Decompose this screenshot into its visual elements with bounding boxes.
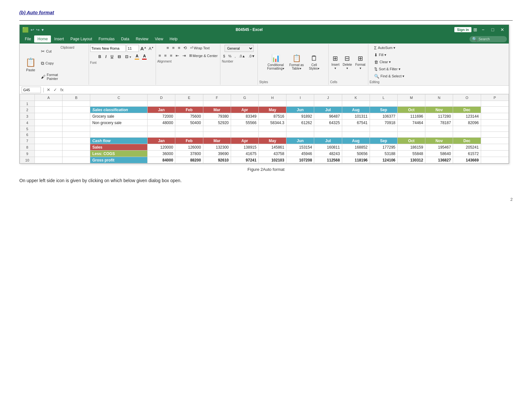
ribbon-collapse-icon[interactable]: ⊞ <box>473 27 477 32</box>
currency-button[interactable]: $ <box>222 54 226 59</box>
nov-header-2[interactable]: Nov <box>425 138 453 144</box>
dec-header-2[interactable]: Dec <box>453 138 481 144</box>
number-format-select[interactable]: General Number Currency Percentage <box>225 45 254 52</box>
may-header-2[interactable]: May <box>258 138 286 144</box>
decrease-decimal-button[interactable]: .0▼ <box>247 54 256 59</box>
apr-header[interactable]: Apr <box>231 107 258 113</box>
col-header-h[interactable]: H <box>258 94 286 101</box>
apr-header-2[interactable]: Apr <box>231 138 258 144</box>
align-top-button[interactable]: ≡ <box>165 45 170 51</box>
paste-button[interactable]: 📋 Paste <box>23 45 38 83</box>
sep-header-2[interactable]: Sep <box>370 138 397 144</box>
col-header-a[interactable]: A <box>34 94 62 101</box>
menu-file[interactable]: File <box>22 35 34 43</box>
text-direction-button[interactable]: ⟲ <box>182 45 188 51</box>
format-as-table-button[interactable]: 📋 Format asTable▾ <box>287 53 306 72</box>
row-header-3[interactable]: 3 <box>20 113 35 120</box>
sales-label-cell[interactable]: Sales <box>90 144 148 151</box>
sign-in-button[interactable]: Sign in <box>454 27 471 32</box>
redo-button[interactable]: ↪ <box>36 27 40 32</box>
col-header-k[interactable]: K <box>342 94 370 101</box>
insert-function-button[interactable]: fx <box>60 87 64 92</box>
row-header-5[interactable]: 5 <box>20 126 35 132</box>
highlight-color-button[interactable]: A <box>134 54 140 60</box>
col-header-n[interactable]: N <box>425 94 453 101</box>
menu-view[interactable]: View <box>152 35 167 43</box>
bold-button[interactable]: B <box>97 54 103 60</box>
font-color-button[interactable]: A <box>141 54 148 60</box>
col-header-b[interactable]: B <box>63 94 90 101</box>
menu-review[interactable]: Review <box>132 35 151 43</box>
indent-decrease-button[interactable]: ⇤ <box>174 53 180 59</box>
row-header-4[interactable]: 4 <box>20 120 35 126</box>
jan-header-2[interactable]: Jan <box>148 138 175 144</box>
comma-button[interactable]: , <box>233 54 237 59</box>
clear-button[interactable]: 🗑 Clear ▾ <box>373 59 406 65</box>
undo-button[interactable]: ↩ <box>31 27 34 32</box>
fill-button[interactable]: ⬇ Fill ▾ <box>373 52 406 58</box>
cell-styles-button[interactable]: 🗒 CellStyles▾ <box>307 53 321 72</box>
customize-qat-button[interactable]: ▾ <box>42 27 44 32</box>
formula-confirm-button[interactable]: ✓ <box>53 87 58 92</box>
italic-button[interactable]: I <box>104 54 108 60</box>
font-grow-button[interactable]: A▲ <box>140 46 147 51</box>
col-header-m[interactable]: M <box>397 94 425 101</box>
strikethrough-button[interactable]: ⊟ <box>116 54 122 60</box>
search-box[interactable]: 🔍 <box>469 36 507 42</box>
formula-cancel-button[interactable]: ✕ <box>46 87 51 92</box>
nov-header[interactable]: Nov <box>425 107 453 113</box>
jan-header[interactable]: Jan <box>148 107 175 113</box>
oct-header[interactable]: Oct <box>397 107 425 113</box>
align-center-button[interactable]: ≡ <box>163 53 168 59</box>
cut-button[interactable]: ✂ Cut <box>40 48 59 54</box>
oct-header-2[interactable]: Oct <box>397 138 425 144</box>
menu-formulas[interactable]: Formulas <box>95 35 118 43</box>
insert-cell-button[interactable]: ⊞ Insert▾ <box>330 53 341 71</box>
autosum-button[interactable]: Σ AutoSum ▾ <box>373 45 406 51</box>
col-header-o[interactable]: O <box>453 94 481 101</box>
row-header-6[interactable]: 6 <box>20 132 35 138</box>
search-input[interactable] <box>479 37 504 41</box>
mar-header-2[interactable]: Mar <box>203 138 231 144</box>
row-header-2[interactable]: 2 <box>20 107 35 113</box>
maximize-button[interactable]: □ <box>489 26 497 33</box>
may-header[interactable]: May <box>258 107 286 113</box>
align-middle-button[interactable]: ≡ <box>171 45 176 51</box>
jun-header[interactable]: Jun <box>286 107 314 113</box>
delete-cell-button[interactable]: ⊟ Delete▾ <box>341 53 353 71</box>
menu-data[interactable]: Data <box>118 35 132 43</box>
underline-button[interactable]: U <box>109 54 115 60</box>
align-bottom-button[interactable]: ≡ <box>177 45 182 51</box>
jul-header[interactable]: Jul <box>314 107 342 113</box>
col-header-i[interactable]: I <box>286 94 314 101</box>
row-header-8[interactable]: 8 <box>20 144 35 151</box>
format-cell-button[interactable]: ⊞ Format▾ <box>354 53 367 71</box>
sales-classification-cell[interactable]: Sales classification <box>90 107 148 113</box>
col-header-f[interactable]: F <box>203 94 231 101</box>
copy-button[interactable]: ⧉ Copy <box>40 60 59 67</box>
col-header-j[interactable]: J <box>314 94 342 101</box>
menu-insert[interactable]: Insert <box>51 35 67 43</box>
conditional-formatting-button[interactable]: 📊 ConditionalFormatting▾ <box>265 53 286 72</box>
col-header-p[interactable]: P <box>481 94 508 101</box>
mar-header[interactable]: Mar <box>203 107 231 113</box>
col-header-e[interactable]: E <box>175 94 203 101</box>
align-right-button[interactable]: ≡ <box>169 53 174 59</box>
aug-header-2[interactable]: Aug <box>342 138 370 144</box>
percent-button[interactable]: % <box>227 54 233 59</box>
indent-increase-button[interactable]: ⇥ <box>181 53 187 59</box>
cell-reference-input[interactable] <box>22 87 41 93</box>
feb-header-2[interactable]: Feb <box>175 138 203 144</box>
row-header-10[interactable]: 10 <box>20 157 35 163</box>
sort-filter-button[interactable]: ⇅ Sort & Filter ▾ <box>373 66 406 72</box>
cashflow-cell[interactable]: Cash flow <box>90 138 148 144</box>
find-select-button[interactable]: 🔍 Find & Select ▾ <box>373 73 406 79</box>
jun-header-2[interactable]: Jun <box>286 138 314 144</box>
jul-header-2[interactable]: Jul <box>314 138 342 144</box>
col-header-d[interactable]: D <box>148 94 175 101</box>
format-painter-button[interactable]: 🖌 Format Painter <box>40 72 59 81</box>
feb-header[interactable]: Feb <box>175 107 203 113</box>
col-header-l[interactable]: L <box>370 94 397 101</box>
wrap-text-button[interactable]: ⏎ Wrap Text <box>189 45 211 51</box>
row-header-7[interactable]: 7 <box>20 138 35 144</box>
